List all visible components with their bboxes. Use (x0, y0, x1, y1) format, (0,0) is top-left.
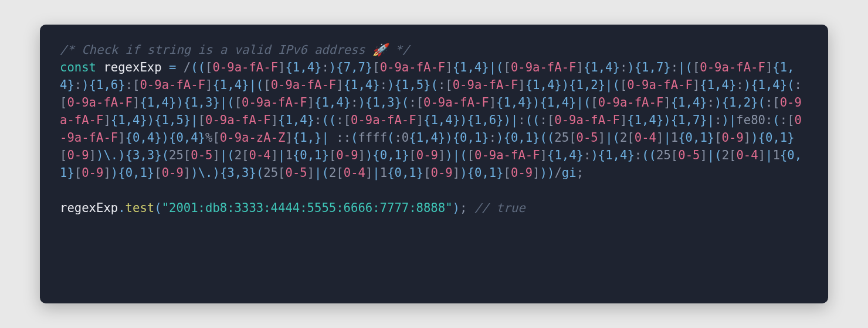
dot: . (118, 201, 125, 215)
test-method: test (126, 201, 155, 215)
semicolon: ; (577, 166, 584, 180)
paren-open: ( (154, 201, 161, 215)
test-arg: "2001:db8:3333:4444:5555:6666:7777:8888" (162, 201, 453, 215)
regex-literal: /(([0-9a-fA-F]{1,4}:){7,7}[0-9a-fA-F]{1,… (60, 60, 802, 180)
comment: /* Check if string is a valid IPv6 addre… (60, 43, 409, 57)
equals-op: = (162, 60, 184, 74)
test-object: regexExp (60, 201, 118, 215)
keyword-const: const (60, 60, 96, 74)
result-comment: // true (467, 201, 525, 215)
code-block: /* Check if string is a valid IPv6 addre… (40, 25, 828, 303)
variable-name: regexExp (103, 60, 161, 74)
regex-flags: gi (562, 166, 577, 180)
code-content: /* Check if string is a valid IPv6 addre… (60, 41, 808, 217)
paren-close: ) (453, 201, 460, 215)
test-semicolon: ; (460, 201, 467, 215)
